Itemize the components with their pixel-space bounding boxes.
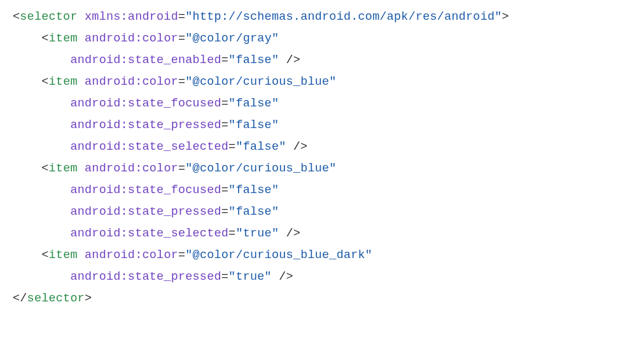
punct: < (41, 249, 48, 262)
punct: < (41, 32, 48, 45)
val-false: "false" (228, 97, 279, 110)
eq: = (221, 205, 228, 219)
tag-item: item (49, 32, 78, 45)
eq: = (178, 32, 185, 45)
punct: < (13, 10, 20, 24)
tag-selector: selector (20, 10, 77, 24)
code-block[interactable]: <selector xmlns:android="http://schemas.… (0, 0, 644, 316)
eq: = (178, 162, 185, 175)
val-curious-blue: "@color/curious_blue" (185, 162, 336, 175)
attr-state-pressed: android:state_pressed (70, 205, 221, 219)
tag-item: item (49, 75, 78, 89)
val-curious-blue: "@color/curious_blue" (185, 75, 336, 89)
punct: < (41, 75, 48, 89)
attr-state-focused: android:state_focused (70, 97, 221, 110)
attr-state-enabled: android:state_enabled (70, 54, 221, 67)
val-false: "false" (228, 205, 279, 219)
eq: = (221, 270, 228, 284)
val-false: "false" (228, 54, 279, 67)
attr-color: android:color (85, 32, 178, 45)
attr-state-pressed: android:state_pressed (70, 119, 221, 132)
eq: = (221, 54, 228, 67)
eq: = (221, 184, 228, 197)
attr-state-selected: android:state_selected (70, 140, 228, 154)
val-xmlns: "http://schemas.android.com/apk/res/andr… (185, 10, 501, 24)
eq: = (178, 75, 185, 89)
punct: > (502, 10, 509, 24)
punct: > (85, 292, 92, 305)
selfclose: /> (286, 140, 308, 154)
val-curious-blue-dark: "@color/curious_blue_dark" (185, 249, 372, 262)
eq: = (178, 10, 185, 24)
attr-state-pressed: android:state_pressed (70, 270, 221, 284)
attr-xmlns: xmlns:android (85, 10, 178, 24)
attr-color: android:color (85, 162, 178, 175)
val-gray: "@color/gray" (185, 32, 279, 45)
val-true: "true" (235, 227, 279, 240)
val-false: "false" (228, 119, 279, 132)
val-false: "false" (228, 184, 279, 197)
selfclose: /> (279, 54, 300, 67)
tag-selector-close: selector (27, 292, 85, 305)
eq: = (228, 140, 235, 154)
eq: = (228, 227, 235, 240)
attr-color: android:color (85, 249, 178, 262)
attr-color: android:color (85, 75, 178, 89)
attr-state-focused: android:state_focused (70, 184, 221, 197)
tag-item: item (49, 249, 78, 262)
end-open: </ (13, 292, 27, 305)
eq: = (221, 119, 228, 132)
val-true: "true" (228, 270, 272, 284)
val-false: "false" (235, 140, 286, 154)
eq: = (178, 249, 185, 262)
selfclose: /> (279, 227, 300, 240)
punct: < (41, 162, 48, 175)
eq: = (221, 97, 228, 110)
attr-state-selected: android:state_selected (70, 227, 228, 240)
selfclose: /> (272, 270, 293, 284)
tag-item: item (49, 162, 78, 175)
